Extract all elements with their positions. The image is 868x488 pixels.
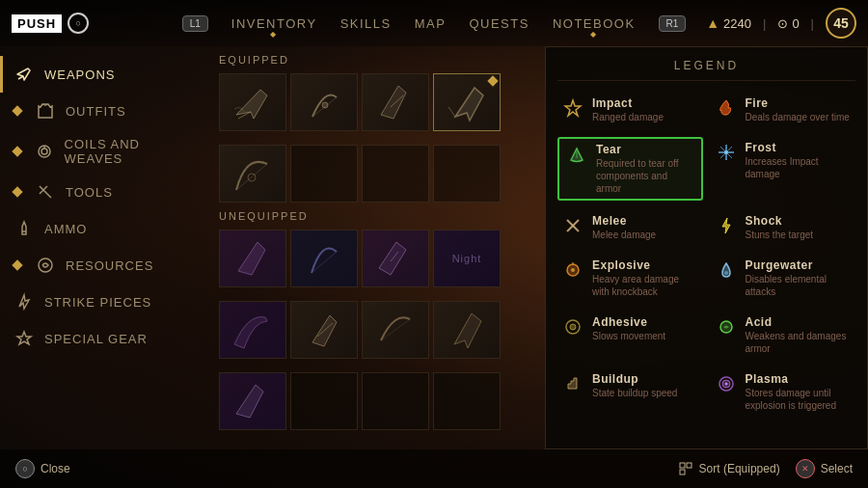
acid-name: Acid bbox=[746, 315, 853, 329]
impact-desc: Ranged damage bbox=[592, 111, 699, 123]
select-action[interactable]: ✕ Select bbox=[796, 459, 853, 478]
unequipped-slot-8[interactable] bbox=[433, 301, 501, 359]
tab-quests[interactable]: QUESTS bbox=[469, 13, 529, 35]
diamond-icon-coils bbox=[12, 146, 22, 156]
adhesive-icon bbox=[561, 315, 584, 339]
tab-skills[interactable]: SKILLS bbox=[340, 13, 392, 35]
svg-point-2 bbox=[41, 149, 47, 154]
sidebar-item-tools[interactable]: TooLs bbox=[0, 174, 207, 210]
sidebar-label-ammo: Ammo bbox=[44, 222, 87, 236]
diamond-icon-outfits bbox=[12, 105, 22, 116]
tab-map[interactable]: MAP bbox=[415, 13, 447, 35]
unequipped-slot-2[interactable] bbox=[290, 230, 358, 287]
adhesive-desc: Slows movement bbox=[592, 330, 699, 342]
fire-name: Fire bbox=[746, 96, 853, 110]
equipped-slot-6[interactable] bbox=[290, 145, 358, 203]
legend-title: LEGEND bbox=[557, 59, 855, 81]
equipped-slot-5[interactable] bbox=[219, 145, 286, 203]
resources-icon bbox=[35, 255, 56, 276]
equipped-slot-7[interactable] bbox=[362, 145, 429, 203]
coils-icon bbox=[35, 141, 55, 162]
diamond-icon-tools bbox=[12, 186, 22, 197]
legend-item-adhesive: Adhesive Slows movement bbox=[557, 312, 703, 359]
legend-item-fire: Fire Deals damage over time bbox=[711, 93, 856, 127]
fire-text: Fire Deals damage over time bbox=[746, 96, 853, 123]
tab-notebook[interactable]: NOTEBOOK ◆ bbox=[553, 13, 636, 35]
explosive-name: Explosive bbox=[592, 258, 699, 272]
unequipped-slot-10[interactable] bbox=[290, 372, 358, 430]
content-area: EQUIPPED bbox=[207, 46, 545, 449]
bottom-bar: ○ Close Sort (Equipped) ✕ Select bbox=[0, 449, 868, 488]
push-circle-icon: ○ bbox=[68, 13, 89, 34]
unequipped-slot-7[interactable] bbox=[362, 301, 429, 359]
legend-item-acid: Acid Weakens and damages armor bbox=[711, 312, 856, 359]
unequipped-slot-11[interactable] bbox=[362, 372, 429, 430]
unequipped-slot-12[interactable] bbox=[433, 372, 501, 430]
impact-name: Impact bbox=[592, 96, 699, 110]
special-gear-icon bbox=[14, 328, 35, 349]
push-logo: PUSH ○ bbox=[12, 13, 89, 34]
equipped-slot-3[interactable] bbox=[362, 73, 429, 131]
unequipped-slot-5[interactable] bbox=[219, 301, 286, 359]
legend-item-melee: Melee Melee damage bbox=[557, 210, 703, 245]
frost-desc: Increases Impact damage bbox=[746, 155, 853, 180]
unequipped-grid-1: Night bbox=[219, 230, 533, 287]
sort-icon bbox=[678, 461, 693, 476]
equipped-slot-1[interactable] bbox=[219, 73, 286, 131]
acid-text: Acid Weakens and damages armor bbox=[746, 315, 853, 355]
equipped-slot-4[interactable] bbox=[433, 73, 501, 131]
unequipped-label: UNEQUIPPED bbox=[219, 210, 533, 222]
select-button-icon[interactable]: ✕ bbox=[796, 459, 815, 478]
sidebar-item-outfits[interactable]: Outfits bbox=[0, 93, 207, 129]
unequipped-slot-4[interactable]: Night bbox=[433, 230, 501, 287]
close-button-icon[interactable]: ○ bbox=[15, 459, 35, 478]
sidebar-label-weapons: WEAPONS bbox=[44, 68, 115, 82]
legend-grid: Impact Ranged damage Fire Deals damage o… bbox=[557, 93, 855, 416]
equipped-slot-2[interactable] bbox=[290, 73, 358, 131]
nav-tabs: L1 INVENTORY ◆ SKILLS MAP QUESTS NOTEBOO… bbox=[182, 13, 687, 35]
close-action[interactable]: ○ Close bbox=[15, 459, 70, 478]
equipped-slot-8[interactable] bbox=[433, 145, 501, 203]
close-label: Close bbox=[41, 462, 70, 475]
svg-rect-34 bbox=[680, 463, 685, 468]
plasma-desc: Stores damage until explosion is trigger… bbox=[746, 387, 853, 412]
buildup-name: Buildup bbox=[592, 372, 699, 386]
unequipped-grid-3 bbox=[219, 372, 533, 430]
level-badge: 45 bbox=[826, 8, 856, 39]
sidebar-label-strike-pieces: Strike Pieces bbox=[44, 295, 151, 310]
impact-icon bbox=[561, 96, 584, 120]
melee-icon bbox=[561, 214, 584, 237]
main-container: WEAPONS Outfits COILS AND WEAVES bbox=[0, 46, 868, 449]
top-navigation: PUSH ○ L1 INVENTORY ◆ SKILLS MAP QUESTS … bbox=[0, 0, 868, 46]
sidebar-item-coils-and-weaves[interactable]: COILS AND WEAVES bbox=[0, 129, 207, 174]
plasma-icon bbox=[715, 372, 738, 395]
r1-badge[interactable]: R1 bbox=[659, 15, 687, 32]
svg-point-27 bbox=[724, 271, 728, 275]
sort-action[interactable]: Sort (Equipped) bbox=[678, 461, 780, 476]
unequipped-slot-3[interactable] bbox=[362, 230, 429, 287]
unequipped-slot-6[interactable] bbox=[290, 301, 358, 359]
equipped-label: EQUIPPED bbox=[219, 54, 533, 66]
l1-badge[interactable]: L1 bbox=[182, 15, 208, 32]
shock-name: Shock bbox=[746, 214, 853, 228]
sidebar-item-ammo[interactable]: Ammo bbox=[0, 210, 207, 247]
frost-text: Frost Increases Impact damage bbox=[746, 141, 853, 180]
sidebar-item-strike-pieces[interactable]: Strike Pieces bbox=[0, 284, 207, 320]
legend-item-plasma: Plasma Stores damage until explosion is … bbox=[711, 368, 856, 416]
sidebar-label-special-gear: Special Gear bbox=[44, 332, 148, 346]
equipped-grid-2 bbox=[219, 145, 533, 203]
explosive-desc: Heavy area damage with knockback bbox=[592, 273, 699, 298]
sidebar-item-special-gear[interactable]: Special Gear bbox=[0, 320, 207, 357]
buildup-text: Buildup State buildup speed bbox=[592, 372, 699, 399]
svg-point-11 bbox=[322, 102, 328, 108]
sidebar-item-weapons[interactable]: WEAPONS bbox=[0, 56, 207, 93]
tab-inventory[interactable]: INVENTORY ◆ bbox=[231, 13, 317, 35]
fire-icon bbox=[715, 96, 738, 120]
push-logo-text: PUSH bbox=[12, 14, 62, 33]
currency1-value: 2240 bbox=[723, 16, 751, 31]
unequipped-slot-1[interactable] bbox=[219, 230, 286, 287]
sidebar-item-resources[interactable]: Resources bbox=[0, 247, 207, 284]
unequipped-slot-9[interactable] bbox=[219, 372, 286, 430]
tear-name: Tear bbox=[596, 143, 695, 156]
ammo-icon bbox=[14, 218, 35, 239]
